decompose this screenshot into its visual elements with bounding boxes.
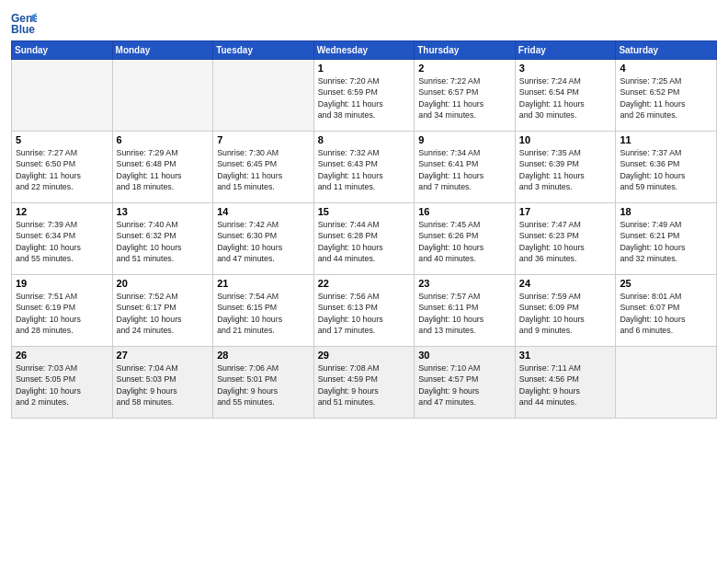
day-number: 24 xyxy=(519,278,612,289)
weekday-header-sunday: Sunday xyxy=(12,41,113,60)
weekday-header-thursday: Thursday xyxy=(415,41,516,60)
weekday-header-friday: Friday xyxy=(515,41,616,60)
day-info: Sunrise: 7:08 AM Sunset: 4:59 PM Dayligh… xyxy=(318,362,411,408)
weekday-header-wednesday: Wednesday xyxy=(313,41,415,60)
day-number: 31 xyxy=(519,350,612,361)
calendar-cell xyxy=(213,60,314,132)
day-number: 29 xyxy=(318,350,411,361)
calendar-cell: 3Sunrise: 7:24 AM Sunset: 6:54 PM Daylig… xyxy=(515,60,616,132)
weekday-header-saturday: Saturday xyxy=(616,41,717,60)
day-number: 4 xyxy=(620,63,712,74)
calendar-cell: 1Sunrise: 7:20 AM Sunset: 6:59 PM Daylig… xyxy=(313,60,415,132)
calendar-cell: 5Sunrise: 7:27 AM Sunset: 6:50 PM Daylig… xyxy=(12,132,113,203)
day-info: Sunrise: 7:39 AM Sunset: 6:34 PM Dayligh… xyxy=(16,219,108,264)
calendar-cell: 20Sunrise: 7:52 AM Sunset: 6:17 PM Dayli… xyxy=(112,275,213,347)
week-row-1: 1Sunrise: 7:20 AM Sunset: 6:59 PM Daylig… xyxy=(12,60,717,132)
day-info: Sunrise: 8:01 AM Sunset: 6:07 PM Dayligh… xyxy=(620,291,712,336)
day-info: Sunrise: 7:40 AM Sunset: 6:32 PM Dayligh… xyxy=(117,219,210,264)
day-number: 20 xyxy=(117,278,210,289)
day-number: 23 xyxy=(418,278,511,289)
day-number: 22 xyxy=(318,278,411,289)
calendar-cell: 31Sunrise: 7:11 AM Sunset: 4:56 PM Dayli… xyxy=(515,347,616,419)
calendar-cell: 28Sunrise: 7:06 AM Sunset: 5:01 PM Dayli… xyxy=(213,347,314,419)
day-info: Sunrise: 7:24 AM Sunset: 6:54 PM Dayligh… xyxy=(519,75,612,121)
calendar-table: SundayMondayTuesdayWednesdayThursdayFrid… xyxy=(11,40,717,419)
day-info: Sunrise: 7:04 AM Sunset: 5:03 PM Dayligh… xyxy=(117,362,210,408)
calendar-cell: 17Sunrise: 7:47 AM Sunset: 6:23 PM Dayli… xyxy=(515,203,616,275)
day-number: 15 xyxy=(318,206,411,217)
day-number: 13 xyxy=(117,206,210,217)
calendar-cell: 22Sunrise: 7:56 AM Sunset: 6:13 PM Dayli… xyxy=(313,275,415,347)
calendar-cell: 10Sunrise: 7:35 AM Sunset: 6:39 PM Dayli… xyxy=(515,132,616,203)
day-number: 19 xyxy=(16,278,108,289)
day-info: Sunrise: 7:27 AM Sunset: 6:50 PM Dayligh… xyxy=(16,147,108,192)
calendar-cell: 21Sunrise: 7:54 AM Sunset: 6:15 PM Dayli… xyxy=(213,275,314,347)
day-number: 25 xyxy=(620,278,712,289)
calendar-cell: 12Sunrise: 7:39 AM Sunset: 6:34 PM Dayli… xyxy=(12,203,113,275)
calendar-cell: 25Sunrise: 8:01 AM Sunset: 6:07 PM Dayli… xyxy=(616,275,717,347)
day-info: Sunrise: 7:29 AM Sunset: 6:48 PM Dayligh… xyxy=(117,147,210,192)
svg-text:Blue: Blue xyxy=(11,23,35,35)
week-row-2: 5Sunrise: 7:27 AM Sunset: 6:50 PM Daylig… xyxy=(12,132,717,203)
day-info: Sunrise: 7:25 AM Sunset: 6:52 PM Dayligh… xyxy=(620,75,712,121)
day-number: 9 xyxy=(418,134,511,145)
day-info: Sunrise: 7:35 AM Sunset: 6:39 PM Dayligh… xyxy=(519,147,612,192)
day-info: Sunrise: 7:32 AM Sunset: 6:43 PM Dayligh… xyxy=(318,147,411,192)
calendar-cell: 23Sunrise: 7:57 AM Sunset: 6:11 PM Dayli… xyxy=(415,275,516,347)
calendar-cell: 2Sunrise: 7:22 AM Sunset: 6:57 PM Daylig… xyxy=(415,60,516,132)
calendar-cell xyxy=(12,60,113,132)
day-info: Sunrise: 7:06 AM Sunset: 5:01 PM Dayligh… xyxy=(217,362,310,408)
calendar-cell: 14Sunrise: 7:42 AM Sunset: 6:30 PM Dayli… xyxy=(213,203,314,275)
day-number: 14 xyxy=(217,206,310,217)
day-number: 12 xyxy=(16,206,108,217)
calendar-cell: 9Sunrise: 7:34 AM Sunset: 6:41 PM Daylig… xyxy=(415,132,516,203)
day-info: Sunrise: 7:54 AM Sunset: 6:15 PM Dayligh… xyxy=(217,291,310,336)
day-number: 6 xyxy=(117,134,210,145)
day-info: Sunrise: 7:34 AM Sunset: 6:41 PM Dayligh… xyxy=(418,147,511,192)
week-row-4: 19Sunrise: 7:51 AM Sunset: 6:19 PM Dayli… xyxy=(12,275,717,347)
day-number: 5 xyxy=(16,134,108,145)
calendar-page: General Blue SundayMondayTuesdayWednesda… xyxy=(0,0,728,563)
logo-icon: General Blue xyxy=(11,9,37,35)
day-number: 1 xyxy=(318,63,411,74)
week-row-3: 12Sunrise: 7:39 AM Sunset: 6:34 PM Dayli… xyxy=(12,203,717,275)
calendar-cell: 18Sunrise: 7:49 AM Sunset: 6:21 PM Dayli… xyxy=(616,203,717,275)
calendar-cell: 13Sunrise: 7:40 AM Sunset: 6:32 PM Dayli… xyxy=(112,203,213,275)
day-info: Sunrise: 7:47 AM Sunset: 6:23 PM Dayligh… xyxy=(519,219,612,264)
day-info: Sunrise: 7:59 AM Sunset: 6:09 PM Dayligh… xyxy=(519,291,612,336)
day-info: Sunrise: 7:57 AM Sunset: 6:11 PM Dayligh… xyxy=(418,291,511,336)
week-row-5: 26Sunrise: 7:03 AM Sunset: 5:05 PM Dayli… xyxy=(12,347,717,419)
calendar-cell: 6Sunrise: 7:29 AM Sunset: 6:48 PM Daylig… xyxy=(112,132,213,203)
calendar-cell: 16Sunrise: 7:45 AM Sunset: 6:26 PM Dayli… xyxy=(415,203,516,275)
day-info: Sunrise: 7:37 AM Sunset: 6:36 PM Dayligh… xyxy=(620,147,712,192)
day-number: 8 xyxy=(318,134,411,145)
calendar-cell: 8Sunrise: 7:32 AM Sunset: 6:43 PM Daylig… xyxy=(313,132,415,203)
day-info: Sunrise: 7:11 AM Sunset: 4:56 PM Dayligh… xyxy=(519,362,612,408)
calendar-cell: 7Sunrise: 7:30 AM Sunset: 6:45 PM Daylig… xyxy=(213,132,314,203)
calendar-cell xyxy=(112,60,213,132)
weekday-header-row: SundayMondayTuesdayWednesdayThursdayFrid… xyxy=(12,41,717,60)
day-info: Sunrise: 7:10 AM Sunset: 4:57 PM Dayligh… xyxy=(418,362,511,408)
day-number: 27 xyxy=(117,350,210,361)
day-info: Sunrise: 7:42 AM Sunset: 6:30 PM Dayligh… xyxy=(217,219,310,264)
day-number: 2 xyxy=(418,63,511,74)
calendar-cell xyxy=(616,347,717,419)
day-number: 18 xyxy=(620,206,712,217)
day-number: 17 xyxy=(519,206,612,217)
day-info: Sunrise: 7:51 AM Sunset: 6:19 PM Dayligh… xyxy=(16,291,108,336)
day-number: 30 xyxy=(418,350,511,361)
day-number: 16 xyxy=(418,206,511,217)
day-number: 26 xyxy=(16,350,108,361)
calendar-cell: 29Sunrise: 7:08 AM Sunset: 4:59 PM Dayli… xyxy=(313,347,415,419)
day-number: 3 xyxy=(519,63,612,74)
calendar-cell: 30Sunrise: 7:10 AM Sunset: 4:57 PM Dayli… xyxy=(415,347,516,419)
weekday-header-tuesday: Tuesday xyxy=(213,41,314,60)
weekday-header-monday: Monday xyxy=(112,41,213,60)
day-info: Sunrise: 7:49 AM Sunset: 6:21 PM Dayligh… xyxy=(620,219,712,264)
day-info: Sunrise: 7:56 AM Sunset: 6:13 PM Dayligh… xyxy=(318,291,411,336)
day-number: 28 xyxy=(217,350,310,361)
calendar-cell: 15Sunrise: 7:44 AM Sunset: 6:28 PM Dayli… xyxy=(313,203,415,275)
day-info: Sunrise: 7:22 AM Sunset: 6:57 PM Dayligh… xyxy=(418,75,511,121)
day-info: Sunrise: 7:03 AM Sunset: 5:05 PM Dayligh… xyxy=(16,362,108,408)
calendar-cell: 11Sunrise: 7:37 AM Sunset: 6:36 PM Dayli… xyxy=(616,132,717,203)
